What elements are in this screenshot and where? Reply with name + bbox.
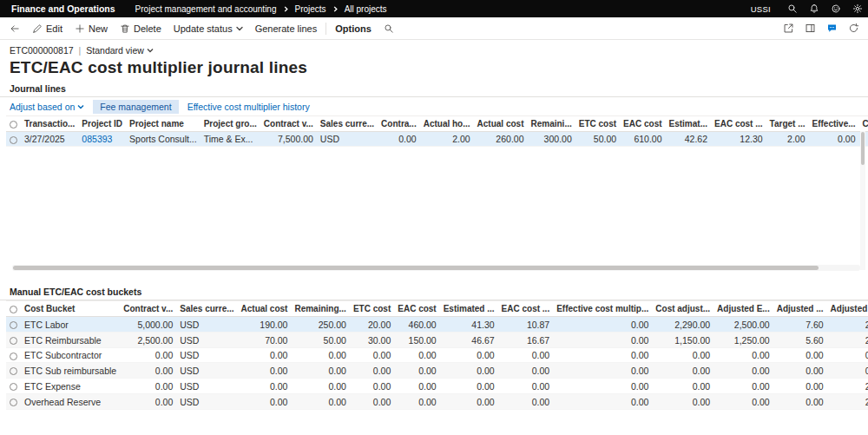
grid-cell: 0.00 xyxy=(120,363,176,379)
scrollbar-thumb[interactable] xyxy=(13,266,819,270)
column-header[interactable]: Estimat... xyxy=(666,116,711,132)
grid-cell: 2,290.00 xyxy=(652,317,713,333)
column-header[interactable]: Project gro... xyxy=(201,116,260,132)
settings-icon[interactable] xyxy=(846,0,868,17)
open-in-new-window-icon[interactable] xyxy=(778,17,799,40)
column-header[interactable]: Cost adjust... xyxy=(652,301,713,317)
adjust-based-on-button[interactable]: Adjust based on xyxy=(10,102,84,112)
column-header[interactable]: Contract v... xyxy=(260,116,317,132)
column-header[interactable]: Project name xyxy=(126,116,201,132)
column-header[interactable]: EAC cost xyxy=(394,301,439,317)
breadcrumb-item-module[interactable]: Project management and accounting xyxy=(135,4,277,14)
row-selector-icon xyxy=(10,383,17,391)
column-header[interactable]: Sales curre... xyxy=(317,116,378,132)
delete-button[interactable]: Delete xyxy=(114,17,168,39)
back-button[interactable] xyxy=(3,17,26,39)
edit-button[interactable]: Edit xyxy=(26,17,69,39)
row-selector[interactable] xyxy=(6,363,21,379)
column-header[interactable]: Actual cost xyxy=(238,301,292,317)
column-header[interactable]: EAC cost ... xyxy=(498,301,554,317)
generate-lines-button[interactable]: Generate lines xyxy=(249,17,324,39)
grid-cell: 0.00 xyxy=(440,363,498,379)
table-row[interactable]: ETC Reimbursable2,500.00USD70.0050.0030.… xyxy=(6,333,868,348)
effective-cost-multiplier-history-button[interactable]: Effective cost multiplier history xyxy=(187,102,310,112)
column-header[interactable]: Actual ho... xyxy=(420,116,474,132)
find-button[interactable] xyxy=(378,17,400,39)
table-row[interactable]: Overhead Reserve0.00USD0.000.000.000.000… xyxy=(6,394,868,410)
column-header[interactable]: Estimated ... xyxy=(440,301,498,317)
column-header[interactable]: Adjusted E... xyxy=(713,301,773,317)
column-header[interactable]: Remaini... xyxy=(527,116,575,132)
table-row[interactable]: ETC Subcontractor0.00USD0.000.000.000.00… xyxy=(6,348,868,363)
options-button[interactable]: Options xyxy=(329,17,378,39)
vertical-scrollbar[interactable] xyxy=(860,131,865,270)
row-selector-icon xyxy=(10,399,17,406)
column-header[interactable]: Target ... xyxy=(766,116,809,132)
select-all-rows[interactable] xyxy=(6,301,21,317)
column-header[interactable]: Adjusted E... xyxy=(827,301,868,317)
column-header[interactable]: EAC cost xyxy=(620,116,665,132)
column-header[interactable]: Cost adjus... xyxy=(859,116,868,132)
grid-cell: 0.00 xyxy=(553,348,652,363)
update-status-button[interactable]: Update status xyxy=(168,17,249,39)
grid-cell: Overhead Reserve xyxy=(21,394,120,410)
journal-lines-toolbar: Adjust based on Fee management Effective… xyxy=(0,97,868,115)
column-header[interactable]: EAC cost ... xyxy=(711,116,766,132)
row-selector[interactable] xyxy=(6,379,21,394)
column-header[interactable]: Sales curre... xyxy=(176,301,237,317)
table-row[interactable]: ETC Expense0.00USD0.000.000.000.000.000.… xyxy=(6,379,868,394)
table-row[interactable]: 3/27/2025085393Sports Consult...Time & E… xyxy=(6,132,868,147)
select-all-rows[interactable] xyxy=(6,116,21,132)
horizontal-scrollbar[interactable] xyxy=(12,265,860,271)
separator: | xyxy=(79,45,82,56)
grid-cell: 5.60 xyxy=(773,333,827,348)
column-header[interactable]: Actual cost xyxy=(474,116,528,132)
side-pane-icon[interactable] xyxy=(799,17,821,40)
chat-icon[interactable] xyxy=(821,17,843,40)
column-header[interactable]: Contract v... xyxy=(120,301,176,317)
column-header[interactable]: Contra... xyxy=(378,116,420,132)
column-header[interactable]: Adjusted ... xyxy=(773,301,827,317)
record-id[interactable]: ETC000000817 xyxy=(10,45,74,56)
column-header[interactable]: ETC cost xyxy=(350,301,394,317)
grid-cell: 0.00 xyxy=(394,363,439,379)
row-selector[interactable] xyxy=(6,348,21,363)
notifications-icon[interactable] xyxy=(803,0,825,17)
grid-cell: 50.00 xyxy=(291,333,349,348)
row-selector[interactable] xyxy=(6,132,21,147)
app-name[interactable]: Finance and Operations xyxy=(0,3,127,14)
column-header[interactable]: Project ID xyxy=(78,116,126,132)
column-header[interactable]: Remaining... xyxy=(291,301,349,317)
row-selector[interactable] xyxy=(6,317,21,333)
view-selector[interactable]: Standard view xyxy=(86,45,154,56)
column-header[interactable]: Cost Bucket xyxy=(21,301,120,317)
refresh-icon[interactable] xyxy=(843,17,865,40)
grid-cell: 3/27/2025 xyxy=(21,132,78,147)
row-selector-icon xyxy=(10,136,17,144)
new-button[interactable]: New xyxy=(69,17,114,39)
table-row[interactable]: ETC Sub reimbursable0.00USD0.000.000.000… xyxy=(6,363,868,379)
scrollbar-thumb[interactable] xyxy=(861,132,865,165)
column-header[interactable]: ETC cost xyxy=(575,116,620,132)
column-header[interactable]: Effective cost multip... xyxy=(553,301,652,317)
grid-cell: 7,500.00 xyxy=(260,132,317,147)
grid-cell: USD xyxy=(176,363,237,379)
table-row[interactable]: ETC Labor5,000.00USD190.00250.0020.00460… xyxy=(6,317,868,333)
search-icon[interactable] xyxy=(781,0,803,17)
feedback-icon[interactable] xyxy=(825,0,846,17)
grid-cell: 2,500.00 xyxy=(713,317,773,333)
row-selector[interactable] xyxy=(6,394,21,410)
grid-cell: 0.00 xyxy=(553,333,652,348)
breadcrumb-item-area[interactable]: Projects xyxy=(295,4,326,14)
grid-cell: 0.00 xyxy=(394,394,439,410)
column-header[interactable]: Transactio... xyxy=(21,116,78,132)
row-selector[interactable] xyxy=(6,333,21,348)
environment-label: USSI xyxy=(751,4,771,14)
project-id-link[interactable]: 085393 xyxy=(82,134,112,144)
column-header[interactable]: Effective... xyxy=(809,116,859,132)
search-icon xyxy=(384,23,394,34)
grid-cell: 0.00 xyxy=(238,363,292,379)
grid-cell: 7.60 xyxy=(773,317,827,333)
breadcrumb-item-page[interactable]: All projects xyxy=(345,4,387,14)
fee-management-button[interactable]: Fee management xyxy=(93,100,178,114)
